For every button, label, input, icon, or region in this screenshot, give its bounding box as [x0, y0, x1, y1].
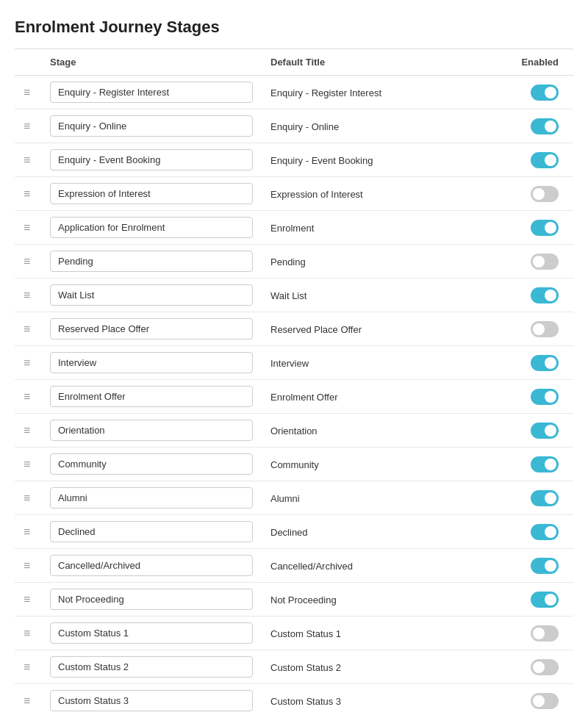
- drag-cell: ≡: [15, 211, 41, 245]
- drag-handle-icon[interactable]: ≡: [24, 222, 30, 234]
- drag-cell: ≡: [15, 380, 41, 414]
- stage-input[interactable]: [50, 284, 253, 306]
- table-row: ≡Enrolment Offer: [15, 380, 573, 414]
- default-title-cell: Enquiry - Event Booking: [262, 143, 512, 177]
- drag-handle-icon[interactable]: ≡: [24, 459, 30, 470]
- drag-handle-icon[interactable]: ≡: [24, 256, 30, 267]
- toggle-slider: [531, 186, 559, 202]
- table-row: ≡Not Proceeding: [15, 583, 573, 617]
- drag-handle-icon[interactable]: ≡: [24, 560, 30, 572]
- toggle-switch[interactable]: [531, 220, 559, 236]
- drag-handle-icon[interactable]: ≡: [24, 526, 30, 538]
- stage-input[interactable]: [50, 690, 253, 711]
- toggle-switch[interactable]: [531, 592, 559, 608]
- drag-handle-icon[interactable]: ≡: [24, 290, 30, 301]
- toggle-slider: [531, 152, 559, 168]
- stage-cell: [41, 549, 262, 583]
- toggle-switch[interactable]: [531, 659, 559, 675]
- drag-handle-icon[interactable]: ≡: [24, 628, 30, 639]
- stage-cell: [41, 684, 262, 716]
- stage-input[interactable]: [50, 352, 253, 373]
- default-title-text: Custom Status 3: [270, 696, 341, 707]
- stage-input[interactable]: [50, 149, 253, 170]
- drag-handle-icon[interactable]: ≡: [24, 661, 30, 673]
- table-row: ≡Pending: [15, 245, 573, 279]
- toggle-switch[interactable]: [531, 558, 559, 574]
- stage-input[interactable]: [50, 115, 253, 137]
- drag-cell: ≡: [15, 549, 41, 583]
- default-title-text: Alumni: [270, 493, 300, 504]
- drag-handle-icon[interactable]: ≡: [24, 323, 30, 335]
- drag-handle-icon[interactable]: ≡: [24, 425, 30, 436]
- table-row: ≡Alumni: [15, 481, 573, 515]
- stage-input[interactable]: [50, 487, 253, 509]
- toggle-wrapper: [521, 490, 564, 506]
- drag-cell: ≡: [15, 109, 41, 143]
- table-row: ≡Custom Status 1: [15, 617, 573, 650]
- default-title-cell: Enquiry - Register Interest: [262, 76, 512, 109]
- toggle-wrapper: [521, 423, 564, 439]
- default-title-cell: Enquiry - Online: [262, 109, 512, 143]
- col-header-stage: Stage: [41, 49, 262, 76]
- toggle-wrapper: [521, 625, 564, 642]
- stage-cell: [41, 515, 262, 549]
- toggle-switch[interactable]: [531, 254, 559, 270]
- stage-cell: [41, 143, 262, 177]
- default-title-text: Wait List: [270, 290, 306, 301]
- stage-input[interactable]: [50, 589, 253, 610]
- default-title-cell: Cancelled/Archived: [262, 549, 512, 583]
- toggle-wrapper: [521, 118, 564, 134]
- toggle-wrapper: [521, 355, 564, 371]
- enabled-cell: [512, 650, 573, 684]
- toggle-switch[interactable]: [531, 524, 559, 540]
- table-row: ≡Custom Status 3: [15, 684, 573, 716]
- drag-handle-icon[interactable]: ≡: [24, 391, 30, 403]
- toggle-switch[interactable]: [531, 118, 559, 134]
- drag-handle-icon[interactable]: ≡: [24, 121, 30, 132]
- stage-input[interactable]: [50, 453, 253, 475]
- stage-input[interactable]: [50, 622, 253, 644]
- drag-handle-icon[interactable]: ≡: [24, 492, 30, 504]
- toggle-switch[interactable]: [531, 287, 559, 303]
- default-title-text: Enquiry - Register Interest: [270, 87, 381, 98]
- toggle-switch[interactable]: [531, 355, 559, 371]
- toggle-switch[interactable]: [531, 456, 559, 473]
- drag-handle-icon[interactable]: ≡: [24, 357, 30, 369]
- drag-handle-icon[interactable]: ≡: [24, 188, 30, 200]
- default-title-text: Pending: [270, 256, 306, 267]
- drag-cell: ≡: [15, 617, 41, 650]
- table-row: ≡Enquiry - Online: [15, 109, 573, 143]
- stage-input[interactable]: [50, 386, 253, 407]
- toggle-switch[interactable]: [531, 85, 559, 101]
- default-title-text: Enrolment: [270, 223, 314, 234]
- page-title: Enrolment Journey Stages: [15, 18, 573, 37]
- stage-input[interactable]: [50, 251, 253, 272]
- stage-input[interactable]: [50, 555, 253, 576]
- drag-handle-icon[interactable]: ≡: [24, 154, 30, 166]
- stage-input[interactable]: [50, 183, 253, 204]
- stage-input[interactable]: [50, 217, 253, 238]
- toggle-switch[interactable]: [531, 186, 559, 202]
- default-title-cell: Custom Status 2: [262, 650, 512, 684]
- stage-input[interactable]: [50, 82, 253, 103]
- stage-input[interactable]: [50, 656, 253, 678]
- toggle-switch[interactable]: [531, 693, 559, 709]
- default-title-cell: Expression of Interest: [262, 177, 512, 211]
- toggle-switch[interactable]: [531, 389, 559, 405]
- toggle-switch[interactable]: [531, 625, 559, 642]
- stage-input[interactable]: [50, 318, 253, 339]
- drag-handle-icon[interactable]: ≡: [24, 695, 30, 707]
- toggle-slider: [531, 625, 559, 642]
- toggle-wrapper: [521, 186, 564, 202]
- toggle-switch[interactable]: [531, 321, 559, 337]
- drag-handle-icon[interactable]: ≡: [24, 594, 30, 606]
- drag-handle-icon[interactable]: ≡: [24, 87, 30, 98]
- toggle-switch[interactable]: [531, 152, 559, 168]
- toggle-switch[interactable]: [531, 490, 559, 506]
- stage-input[interactable]: [50, 420, 253, 441]
- stage-cell: [41, 312, 262, 346]
- toggle-switch[interactable]: [531, 423, 559, 439]
- stage-input[interactable]: [50, 521, 253, 542]
- default-title-text: Cancelled/Archived: [270, 561, 353, 572]
- drag-cell: ≡: [15, 346, 41, 380]
